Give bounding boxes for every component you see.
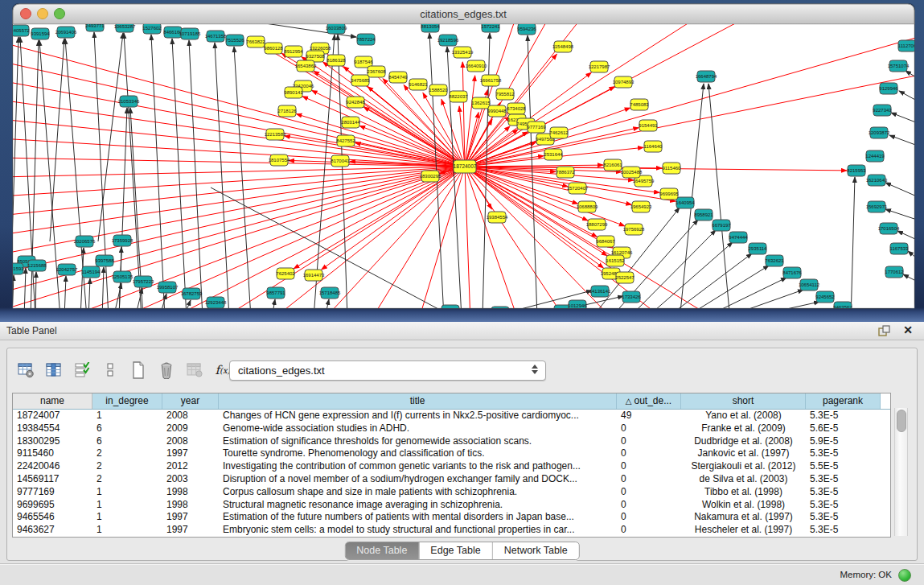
table-cell[interactable]: Structural magnetic resonance image aver… xyxy=(219,499,617,512)
table-cell[interactable]: 18300295 xyxy=(13,435,92,448)
zoom-button[interactable] xyxy=(55,9,65,19)
table-row[interactable]: 946554611997Estimation of the future num… xyxy=(13,511,890,524)
table-cell[interactable]: 19384554 xyxy=(13,422,92,435)
table-cell[interactable]: 1 xyxy=(92,524,162,537)
tab-edge-table[interactable]: Edge Table xyxy=(419,542,492,559)
table-cell[interactable]: 1 xyxy=(92,486,162,499)
table-cell[interactable]: Hescheler et al. (1997) xyxy=(681,524,806,537)
table-cell[interactable]: 2008 xyxy=(162,410,219,422)
table-cell[interactable]: 5.3E-5 xyxy=(806,447,881,460)
network-view[interactable]: citations_edges.txt 24055729391594206914… xyxy=(0,0,924,322)
table-row[interactable]: 946362711997Embryonic stem cells: a mode… xyxy=(13,524,890,537)
table-cell[interactable]: 2 xyxy=(92,447,162,460)
table-cell[interactable]: Stergiakouli et al. (2012) xyxy=(681,460,806,473)
table-cell[interactable]: Franke et al. (2009) xyxy=(681,422,806,435)
column-header-out_de[interactable]: △out_de... xyxy=(617,393,681,409)
select-column-icon[interactable] xyxy=(43,360,64,381)
table-cell[interactable]: 18724007 xyxy=(13,410,92,422)
table-cell[interactable]: 5.5E-5 xyxy=(806,460,881,473)
table-cell[interactable]: Changes of HCN gene expression and I(f) … xyxy=(219,410,617,422)
table-cell[interactable]: 1 xyxy=(92,410,162,422)
column-header-in_degree[interactable]: in_degree xyxy=(92,393,162,409)
table-cell[interactable]: 5.9E-5 xyxy=(806,435,881,448)
table-row[interactable]: 1872400712008Changes of HCN gene express… xyxy=(13,410,890,422)
table-cell[interactable]: Dudbridge et al. (2008) xyxy=(681,435,806,448)
table-cell[interactable]: 0 xyxy=(617,447,681,460)
table-cell[interactable]: 0 xyxy=(617,435,681,448)
vertical-scrollbar[interactable] xyxy=(894,408,908,536)
edit-rows-icon[interactable] xyxy=(72,360,92,381)
table-cell[interactable]: Corpus callosum shape and size in male p… xyxy=(219,486,617,499)
table-cell[interactable]: 0 xyxy=(617,524,681,537)
minimize-button[interactable] xyxy=(38,9,48,19)
table-cell[interactable]: Disruption of a novel member of a sodium… xyxy=(219,473,617,486)
table-cell[interactable]: Yano et al. (2008) xyxy=(681,410,806,422)
new-table-icon[interactable] xyxy=(128,360,149,381)
table-cell[interactable]: 0 xyxy=(617,486,681,499)
table-cell[interactable]: Estimation of significance thresholds fo… xyxy=(219,435,617,448)
table-cell[interactable]: 1997 xyxy=(162,447,219,460)
table-cell[interactable]: 9777169 xyxy=(13,486,92,499)
column-header-name[interactable]: name xyxy=(13,393,92,409)
table-cell[interactable]: 0 xyxy=(617,473,681,486)
memory-status-indicator[interactable] xyxy=(898,569,911,582)
table-cell[interactable]: 5.3E-5 xyxy=(806,486,881,499)
table-settings-icon[interactable] xyxy=(15,360,36,381)
table-cell[interactable]: 2 xyxy=(92,460,162,473)
table-cell[interactable]: 2009 xyxy=(162,422,219,435)
table-cell[interactable]: 1998 xyxy=(162,486,219,499)
table-cell[interactable]: 5.6E-5 xyxy=(806,422,881,435)
table-cell[interactable]: 5.3E-5 xyxy=(806,499,881,512)
table-cell[interactable]: 1997 xyxy=(162,524,219,537)
table-cell[interactable]: Estimation of the future numbers of pati… xyxy=(219,511,617,524)
float-window-icon[interactable] xyxy=(878,325,890,336)
table-cell[interactable]: de Silva et al. (2003) xyxy=(681,473,806,486)
table-cell[interactable]: 49 xyxy=(617,410,681,422)
table-row[interactable]: 1830029562008Estimation of significance … xyxy=(13,435,890,448)
column-header-title[interactable]: title xyxy=(219,393,617,409)
table-cell[interactable]: 5.3E-5 xyxy=(806,473,881,486)
column-header-year[interactable]: year xyxy=(162,393,219,409)
table-cell[interactable]: 9463627 xyxy=(13,524,92,537)
table-cell[interactable]: Investigating the contribution of common… xyxy=(219,460,617,473)
delete-table-icon[interactable] xyxy=(156,360,177,381)
merge-rows-icon[interactable] xyxy=(100,360,121,381)
table-cell[interactable]: 5.3E-5 xyxy=(806,410,881,422)
table-cell[interactable]: 22420046 xyxy=(13,460,92,473)
table-cell[interactable]: 9115460 xyxy=(13,447,92,460)
table-row[interactable]: 911546021997Tourette syndrome. Phenomeno… xyxy=(13,447,890,460)
table-cell[interactable]: 0 xyxy=(617,499,681,512)
table-cell[interactable]: 2 xyxy=(92,473,162,486)
table-row[interactable]: 1456911722003Disruption of a novel membe… xyxy=(13,473,890,486)
scrollbar-thumb[interactable] xyxy=(897,410,906,432)
table-cell[interactable]: 5.3E-5 xyxy=(806,511,881,524)
table-cell[interactable]: 2012 xyxy=(162,460,219,473)
table-cell[interactable]: Genome-wide association studies in ADHD. xyxy=(219,422,617,435)
column-header-short[interactable]: short xyxy=(681,393,806,409)
table-cell[interactable]: 5.3E-5 xyxy=(806,524,881,537)
table-cell[interactable]: Tourette syndrome. Phenomenology and cla… xyxy=(219,447,617,460)
close-panel-icon[interactable]: ✕ xyxy=(903,323,913,336)
table-cell[interactable]: 9699695 xyxy=(13,499,92,512)
table-cell[interactable]: 0 xyxy=(617,460,681,473)
table-cell[interactable]: 6 xyxy=(92,435,162,448)
table-cell[interactable]: 1997 xyxy=(162,511,219,524)
table-cell[interactable]: Embryonic stem cells: a model to study s… xyxy=(219,524,617,537)
table-row[interactable]: 977716911998Corpus callosum shape and si… xyxy=(13,486,890,499)
table-cell[interactable]: 1 xyxy=(92,511,162,524)
table-cell[interactable]: 1 xyxy=(92,499,162,512)
table-cell[interactable]: Tibbo et al. (1998) xyxy=(681,486,806,499)
tab-network-table[interactable]: Network Table xyxy=(493,542,579,559)
table-cell[interactable]: Nakamura et al. (1997) xyxy=(681,511,806,524)
table-cell[interactable]: 2008 xyxy=(162,435,219,448)
close-button[interactable] xyxy=(21,9,31,19)
table-cell[interactable]: 2003 xyxy=(162,473,219,486)
column-header-pagerank[interactable]: pagerank xyxy=(806,393,881,409)
table-row[interactable]: 1938455462009Genome-wide association stu… xyxy=(13,422,890,435)
table-cell[interactable]: 9465546 xyxy=(13,511,92,524)
table-cell[interactable]: Jankovic et al. (1997) xyxy=(681,447,806,460)
table-selector-dropdown[interactable]: citations_edges.txt xyxy=(229,360,546,381)
table-cell[interactable]: 1998 xyxy=(162,499,219,512)
table-cell[interactable]: 0 xyxy=(617,422,681,435)
table-cell[interactable]: 6 xyxy=(92,422,162,435)
